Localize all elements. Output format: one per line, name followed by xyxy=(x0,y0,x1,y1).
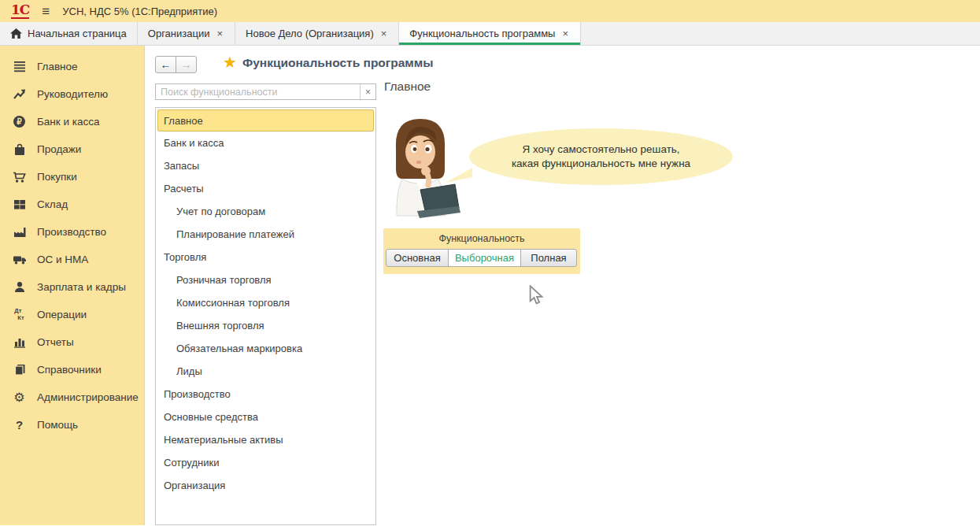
speech-bubble: Я хочу самостоятельно решать, какая функ… xyxy=(469,128,733,185)
close-icon[interactable]: × xyxy=(215,28,224,39)
books-icon xyxy=(12,364,27,376)
list-item-torgovlya[interactable]: Торговля xyxy=(157,246,374,269)
list-icon xyxy=(12,61,27,72)
sidebar-item-label: Операции xyxy=(37,309,87,320)
home-icon xyxy=(10,28,22,39)
cart-icon xyxy=(12,171,27,183)
list-item-roznichnaya-torgovlya[interactable]: Розничная торговля xyxy=(157,269,374,291)
list-item-proizvodstvo[interactable]: Производство xyxy=(157,383,374,406)
bar-chart-icon xyxy=(12,336,27,348)
option-vyborochnaya-button[interactable]: Выборочная xyxy=(448,249,521,267)
list-item-uchet-po-dogovoram[interactable]: Учет по договорам xyxy=(157,200,374,223)
list-item-obyazatelnaya-markirovka[interactable]: Обязательная маркировка xyxy=(157,337,374,360)
sidebar-item-prodazhi[interactable]: Продажи xyxy=(0,135,144,163)
sidebar-item-label: Продажи xyxy=(37,143,81,155)
list-item-planirovanie-platezhey[interactable]: Планирование платежей xyxy=(157,223,374,246)
sidebar-item-sklad[interactable]: Склад xyxy=(0,191,144,218)
tab-label: Функциональность программы xyxy=(409,28,555,39)
sidebar-item-proizvodstvo[interactable]: Производство xyxy=(0,218,144,246)
search-input[interactable] xyxy=(156,84,360,99)
clear-search-icon[interactable]: × xyxy=(360,84,375,99)
option-polnaya-button[interactable]: Полная xyxy=(520,249,577,267)
page-title: Функциональность программы xyxy=(242,56,434,70)
back-button[interactable]: ← xyxy=(155,56,176,73)
list-item-bank-kassa[interactable]: Банк и касса xyxy=(157,132,374,154)
section-title: Главное xyxy=(384,80,431,94)
mouse-cursor-icon xyxy=(528,285,545,308)
favorite-star-icon[interactable]: ★ xyxy=(223,54,237,70)
factory-icon xyxy=(12,226,27,238)
sidebar-item-label: Склад xyxy=(37,198,68,210)
tab-label: Начальная страница xyxy=(28,28,127,39)
history-nav: ← → xyxy=(155,56,197,73)
main-menu-icon[interactable]: ≡ xyxy=(42,5,50,18)
list-item-sotrudniki[interactable]: Сотрудники xyxy=(157,451,374,474)
sidebar-item-spravochniki[interactable]: Справочники xyxy=(0,356,144,383)
list-item-vneshnyaya-torgovlya[interactable]: Внешняя торговля xyxy=(157,314,374,337)
sidebar-item-label: Отчеты xyxy=(37,336,74,348)
tab-organizations[interactable]: Организации × xyxy=(138,22,235,45)
1c-logo-icon: 1С xyxy=(11,3,29,19)
main-content: ← → ★ Функциональность программы × Главн… xyxy=(144,46,980,525)
list-item-zapasy[interactable]: Запасы xyxy=(157,154,374,177)
functionality-panel: Функциональность Основная Выборочная Пол… xyxy=(383,228,580,274)
list-item-raschety[interactable]: Расчеты xyxy=(157,177,374,200)
sidebar-item-pokupki[interactable]: Покупки xyxy=(0,163,144,191)
sidebar-item-administrirovanie[interactable]: ⚙ Администрирование xyxy=(0,383,144,411)
functionality-segmented-control: Основная Выборочная Полная xyxy=(386,249,578,267)
close-icon[interactable]: × xyxy=(560,28,570,39)
speech-bubble-tail xyxy=(446,166,472,183)
list-item-osnovnye-sredstva[interactable]: Основные средства xyxy=(157,406,374,428)
list-item-nematerialnye-aktivy[interactable]: Нематериальные активы xyxy=(157,428,374,451)
warehouse-icon xyxy=(12,199,27,210)
sidebar-item-rukovoditelyu[interactable]: Руководителю xyxy=(0,80,144,108)
search-box: × xyxy=(155,83,376,100)
list-item-komissionnaya-torgovlya[interactable]: Комиссионная торговля xyxy=(157,291,374,314)
bag-icon xyxy=(12,143,27,156)
window-title: УСН, НДС 5% (1С:Предприятие) xyxy=(62,6,217,17)
sidebar-item-label: ОС и НМА xyxy=(37,254,88,265)
sidebar-item-label: Зарплата и кадры xyxy=(37,281,126,293)
sidebar-item-pomosch[interactable]: ? Помощь xyxy=(0,411,144,439)
sidebar-item-operacii[interactable]: ДтКт Операции xyxy=(0,301,144,328)
tab-functionality[interactable]: Функциональность программы × xyxy=(399,22,581,45)
sidebar-item-label: Руководителю xyxy=(37,88,108,100)
functionality-section-list: Главное Банк и касса Запасы Расчеты Учет… xyxy=(155,107,376,525)
sidebar-item-label: Помощь xyxy=(37,419,78,431)
forward-button[interactable]: → xyxy=(176,56,197,73)
sidebar-item-label: Банк и касса xyxy=(37,116,100,128)
sidebar-item-os-nma[interactable]: ОС и НМА xyxy=(0,246,144,273)
list-item-lidy[interactable]: Лиды xyxy=(157,360,374,383)
truck-icon xyxy=(12,254,27,265)
sidebar-item-glavnoe[interactable]: Главное xyxy=(0,53,144,80)
sidebar-item-zarplata-kadry[interactable]: Зарплата и кадры xyxy=(0,273,144,301)
sidebar-item-label: Покупки xyxy=(37,171,77,183)
person-icon xyxy=(12,281,27,293)
question-icon: ? xyxy=(12,418,27,432)
functionality-label: Функциональность xyxy=(383,233,580,244)
sidebar-item-label: Главное xyxy=(37,61,78,72)
tab-home[interactable]: Начальная страница xyxy=(0,22,138,45)
bubble-text-line2: какая функциональность мне нужна xyxy=(512,157,690,171)
ruble-icon: ₽ xyxy=(12,116,27,128)
sidebar-item-label: Администрирование xyxy=(37,391,139,403)
list-item-glavnoe[interactable]: Главное xyxy=(157,109,374,132)
tab-label: Новое Дело (Организация) xyxy=(246,28,374,39)
gear-icon: ⚙ xyxy=(12,391,27,404)
list-item-organizaciya[interactable]: Организация xyxy=(157,474,374,497)
tab-label: Организации xyxy=(148,28,210,39)
trend-icon xyxy=(12,88,27,100)
sidebar-item-label: Производство xyxy=(37,226,106,238)
sidebar-item-label: Справочники xyxy=(37,364,102,376)
window-titlebar: 1С ≡ УСН, НДС 5% (1С:Предприятие) xyxy=(0,0,980,22)
option-osnovnaya-button[interactable]: Основная xyxy=(386,249,449,267)
dtkt-icon: ДтКт xyxy=(12,308,27,321)
section-sidebar: Главное Руководителю ₽ Банк и касса Прод… xyxy=(0,46,144,525)
close-icon[interactable]: × xyxy=(379,28,389,39)
sidebar-item-otchety[interactable]: Отчеты xyxy=(0,328,144,356)
sidebar-item-bank-kassa[interactable]: ₽ Банк и касса xyxy=(0,108,144,135)
tab-bar: Начальная страница Организации × Новое Д… xyxy=(0,22,980,46)
bubble-text-line1: Я хочу самостоятельно решать, xyxy=(522,143,679,157)
tab-new-delo[interactable]: Новое Дело (Организация) × xyxy=(235,22,399,45)
